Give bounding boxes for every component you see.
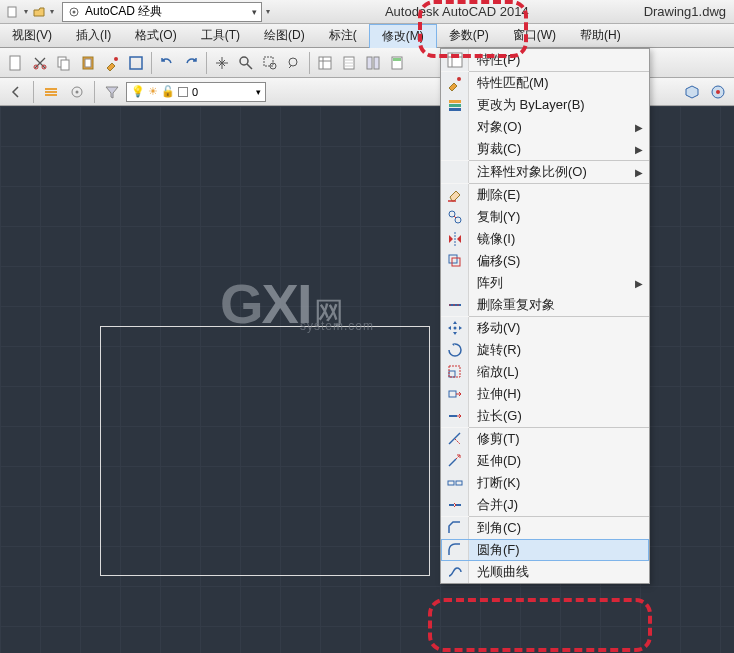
menuitem-move[interactable]: 移动(V) bbox=[441, 317, 649, 339]
menuitem-label: 删除重复对象 bbox=[469, 296, 643, 314]
layer-manager-icon[interactable] bbox=[39, 80, 63, 104]
submenu-arrow-icon: ▶ bbox=[635, 278, 643, 289]
layer-previous-icon[interactable] bbox=[4, 80, 28, 104]
calc-icon[interactable] bbox=[385, 51, 409, 75]
menuitem-properties[interactable]: 特性(P) bbox=[441, 49, 649, 71]
svg-rect-37 bbox=[452, 258, 460, 266]
menuitem-label: 阵列 bbox=[469, 274, 635, 292]
bylayer-icon bbox=[441, 94, 469, 116]
block-icon[interactable] bbox=[124, 51, 148, 75]
chamfer-icon bbox=[441, 517, 469, 539]
menu-5[interactable]: 标注( bbox=[317, 24, 369, 47]
menuitem-label: 打断(K) bbox=[469, 474, 643, 492]
menuitem-label: 偏移(S) bbox=[469, 252, 643, 270]
qat-open-icon[interactable] bbox=[30, 3, 48, 21]
menu-9[interactable]: 帮助(H) bbox=[568, 24, 633, 47]
paste-icon[interactable] bbox=[76, 51, 100, 75]
menuitem-mirror[interactable]: 镜像(I) bbox=[441, 228, 649, 250]
menuitem-label: 到角(C) bbox=[469, 519, 643, 537]
menuitem-label: 拉长(G) bbox=[469, 407, 643, 425]
redo-icon[interactable] bbox=[179, 51, 203, 75]
separator bbox=[309, 52, 310, 74]
menuitem-chamfer[interactable]: 到角(C) bbox=[441, 517, 649, 539]
menuitem-label: 特性(P) bbox=[469, 51, 643, 69]
cut-icon[interactable] bbox=[28, 51, 52, 75]
undo-icon[interactable] bbox=[155, 51, 179, 75]
menuitem-注释性对象比例(O)[interactable]: 注释性对象比例(O)▶ bbox=[441, 161, 649, 183]
menu-7[interactable]: 参数(P) bbox=[437, 24, 501, 47]
menu-0[interactable]: 视图(V) bbox=[0, 24, 64, 47]
blank-icon bbox=[441, 138, 469, 160]
menu-1[interactable]: 插入(I) bbox=[64, 24, 123, 47]
layer-filter-icon[interactable] bbox=[100, 80, 124, 104]
menuitem-label: 移动(V) bbox=[469, 319, 643, 337]
navwheel-icon[interactable] bbox=[706, 80, 730, 104]
menuitem-label: 删除(E) bbox=[469, 186, 643, 204]
menuitem-bylayer[interactable]: 更改为 ByLayer(B) bbox=[441, 94, 649, 116]
copy-icon[interactable] bbox=[52, 51, 76, 75]
properties-icon[interactable] bbox=[313, 51, 337, 75]
menuitem-scale[interactable]: 缩放(L) bbox=[441, 361, 649, 383]
menuitem-label: 对象(O) bbox=[469, 118, 635, 136]
viewcube-icon[interactable] bbox=[680, 80, 704, 104]
menu-8[interactable]: 窗口(W) bbox=[501, 24, 568, 47]
menuitem-matchprop[interactable]: 特性匹配(M) bbox=[441, 72, 649, 94]
toolpalette-icon[interactable] bbox=[361, 51, 385, 75]
menuitem-erase[interactable]: 删除(E) bbox=[441, 184, 649, 206]
chevron-down-icon: ▾ bbox=[252, 7, 257, 17]
move-icon bbox=[441, 317, 469, 339]
zoom-window-icon[interactable] bbox=[258, 51, 282, 75]
blank-icon bbox=[441, 161, 469, 183]
zoom-icon[interactable] bbox=[234, 51, 258, 75]
workspace-combo[interactable]: AutoCAD 经典 ▾ bbox=[62, 2, 262, 22]
new-icon[interactable] bbox=[4, 51, 28, 75]
menuitem-blend[interactable]: 光顺曲线 bbox=[441, 561, 649, 583]
menu-3[interactable]: 工具(T) bbox=[189, 24, 252, 47]
svg-rect-16 bbox=[319, 57, 331, 69]
svg-rect-22 bbox=[45, 88, 57, 90]
chevron-down-icon[interactable]: ▾ bbox=[50, 7, 54, 16]
rectangle-entity[interactable] bbox=[100, 326, 430, 576]
chevron-down-icon[interactable]: ▾ bbox=[24, 7, 28, 16]
modify-menu-dropdown: 特性(P)特性匹配(M)更改为 ByLayer(B)对象(O)▶剪裁(C)▶注释… bbox=[440, 48, 650, 584]
menuitem-lengthen[interactable]: 拉长(G) bbox=[441, 405, 649, 427]
separator bbox=[94, 81, 95, 103]
menuitem-对象(O)[interactable]: 对象(O)▶ bbox=[441, 116, 649, 138]
menuitem-copy[interactable]: 复制(Y) bbox=[441, 206, 649, 228]
layer-states-icon[interactable] bbox=[65, 80, 89, 104]
menu-2[interactable]: 格式(O) bbox=[123, 24, 188, 47]
menuitem-阵列[interactable]: 阵列▶ bbox=[441, 272, 649, 294]
menuitem-offset[interactable]: 偏移(S) bbox=[441, 250, 649, 272]
menuitem-trim[interactable]: 修剪(T) bbox=[441, 428, 649, 450]
svg-rect-23 bbox=[45, 91, 57, 93]
menuitem-break[interactable]: 打断(K) bbox=[441, 472, 649, 494]
color-swatch bbox=[178, 87, 188, 97]
menuitem-剪裁(C)[interactable]: 剪裁(C)▶ bbox=[441, 138, 649, 160]
qat-new-icon[interactable] bbox=[4, 3, 22, 21]
menuitem-stretch[interactable]: 拉伸(H) bbox=[441, 383, 649, 405]
stretch-icon bbox=[441, 383, 469, 405]
svg-point-30 bbox=[457, 77, 461, 81]
menuitem-label: 光顺曲线 bbox=[469, 563, 643, 581]
lock-icon: 🔓 bbox=[161, 85, 175, 98]
menuitem-fillet[interactable]: 圆角(F) bbox=[441, 539, 649, 561]
svg-rect-18 bbox=[367, 57, 372, 69]
menuitem-deldup[interactable]: 删除重复对象 bbox=[441, 294, 649, 316]
menu-6[interactable]: 修改(M) bbox=[369, 24, 437, 48]
offset-icon bbox=[441, 250, 469, 272]
menu-4[interactable]: 绘图(D) bbox=[252, 24, 317, 47]
menuitem-extend[interactable]: 延伸(D) bbox=[441, 450, 649, 472]
pan-icon[interactable] bbox=[210, 51, 234, 75]
menuitem-label: 缩放(L) bbox=[469, 363, 643, 381]
matchprop-icon[interactable] bbox=[100, 51, 124, 75]
layer-combo[interactable]: 💡 ☀ 🔓 0 ▾ bbox=[126, 82, 266, 102]
fillet-icon bbox=[441, 539, 469, 561]
menuitem-label: 延伸(D) bbox=[469, 452, 643, 470]
menuitem-rotate[interactable]: 旋转(R) bbox=[441, 339, 649, 361]
svg-rect-29 bbox=[448, 53, 462, 67]
sheet-icon[interactable] bbox=[337, 51, 361, 75]
menuitem-join[interactable]: 合并(J) bbox=[441, 494, 649, 516]
zoom-previous-icon[interactable] bbox=[282, 51, 306, 75]
svg-point-15 bbox=[289, 58, 297, 66]
erase-icon bbox=[441, 184, 469, 206]
